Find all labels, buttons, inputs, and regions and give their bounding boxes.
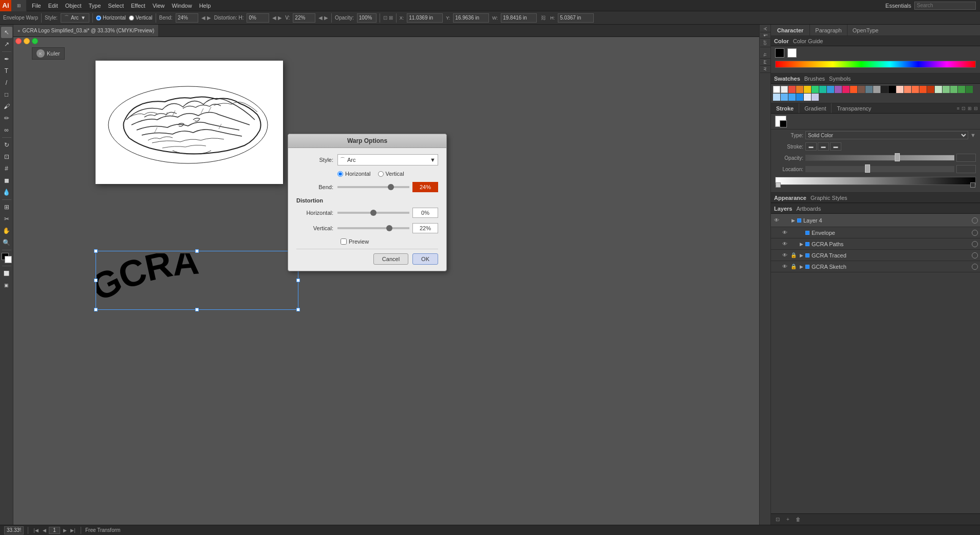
gcra-traced-expand[interactable]: ▶ bbox=[799, 253, 804, 258]
swatch-black[interactable] bbox=[889, 86, 896, 93]
swatch-brown[interactable] bbox=[858, 86, 865, 93]
character-tab[interactable]: Character bbox=[771, 25, 810, 35]
h-distortion-thumb[interactable] bbox=[370, 210, 376, 216]
stroke-icon-4[interactable]: ⊟ bbox=[974, 106, 978, 111]
artboards-tab[interactable]: Artboards bbox=[796, 206, 821, 212]
layer-4-item[interactable]: 👁 🔒 ▶ Layer 4 bbox=[771, 214, 980, 227]
layer-4-eye[interactable]: 👁 bbox=[773, 217, 780, 224]
zoom-tool[interactable]: 🔍 bbox=[1, 237, 12, 248]
ok-button[interactable]: OK bbox=[412, 253, 438, 265]
swatch-4[interactable] bbox=[912, 86, 919, 93]
transform-panel-icon[interactable]: Tr bbox=[760, 51, 770, 59]
swatch-14[interactable] bbox=[788, 94, 796, 101]
bend-input[interactable] bbox=[176, 13, 198, 23]
menu-file[interactable]: File bbox=[29, 2, 44, 10]
stroke-tab[interactable]: Stroke bbox=[771, 103, 799, 113]
page-input[interactable] bbox=[49, 527, 60, 534]
gcra-sketch-lock[interactable]: 🔒 bbox=[790, 263, 797, 270]
bend-slider[interactable] bbox=[337, 186, 409, 188]
distortion-h-input[interactable] bbox=[247, 13, 269, 23]
zoom-input[interactable] bbox=[4, 526, 24, 534]
align-panel-icon[interactable]: Al bbox=[760, 66, 770, 72]
rotate-tool[interactable]: ↻ bbox=[1, 139, 12, 151]
swatch-gray[interactable] bbox=[873, 86, 880, 93]
gcra-paths-layer-item[interactable]: 👁 🔒 ▶ GCRA Paths bbox=[771, 238, 980, 250]
stroke-btn-2[interactable]: ▬ bbox=[818, 142, 829, 151]
opacity-slider-thumb[interactable] bbox=[895, 153, 900, 161]
hand-tool[interactable]: ✋ bbox=[1, 225, 12, 236]
appearance-tab[interactable]: Appearance bbox=[774, 195, 806, 201]
swatch-2[interactable] bbox=[896, 86, 903, 93]
color-guide-tab[interactable]: Color Guide bbox=[793, 38, 823, 44]
menu-type[interactable]: Type bbox=[86, 2, 104, 10]
direct-select-tool[interactable]: ↗ bbox=[1, 39, 12, 50]
new-layer-btn[interactable]: + bbox=[783, 515, 793, 524]
location-value-input[interactable] bbox=[956, 165, 976, 173]
swatch-3[interactable] bbox=[904, 86, 911, 93]
swatch-darkgray[interactable] bbox=[881, 86, 888, 93]
gradient-tab[interactable]: Gradient bbox=[799, 103, 832, 113]
horizontal-radio[interactable]: Horizontal bbox=[96, 15, 126, 21]
gcra-paths-expand[interactable]: ▶ bbox=[799, 242, 804, 247]
bend-slider-thumb[interactable] bbox=[388, 184, 394, 190]
v-distortion-input[interactable] bbox=[412, 223, 438, 233]
gradient-stop-right[interactable] bbox=[970, 182, 975, 188]
stroke-icon-1[interactable]: ≡ bbox=[957, 106, 959, 111]
swatch-green[interactable] bbox=[812, 86, 819, 93]
stroke-color-box[interactable] bbox=[787, 48, 797, 58]
swatch-5[interactable] bbox=[919, 86, 927, 93]
rect-tool[interactable]: □ bbox=[1, 89, 12, 100]
vertical-radio[interactable]: Vertical bbox=[129, 15, 153, 21]
char-panel-icon[interactable]: A bbox=[760, 26, 770, 32]
bend-value-input[interactable] bbox=[412, 182, 438, 192]
location-slider[interactable] bbox=[805, 166, 954, 172]
stroke-menu-icon[interactable]: ▼ bbox=[970, 132, 976, 138]
menu-help[interactable]: Help bbox=[196, 2, 214, 10]
x-input[interactable] bbox=[407, 13, 443, 23]
eyedropper-tool[interactable]: 💧 bbox=[1, 187, 12, 198]
swatch-12[interactable] bbox=[773, 94, 780, 101]
gcra-sketch-eye[interactable]: 👁 bbox=[781, 263, 788, 270]
pencil-tool[interactable]: ✏ bbox=[1, 113, 12, 124]
y-input[interactable] bbox=[453, 13, 489, 23]
w-input[interactable] bbox=[501, 13, 537, 23]
paragraph-tab[interactable]: Paragraph bbox=[810, 25, 847, 35]
screen-mode-normal[interactable]: ⬜ bbox=[1, 268, 12, 279]
handle-tc[interactable] bbox=[195, 249, 199, 253]
nav-last[interactable]: ▶| bbox=[69, 527, 77, 534]
paintbrush-tool[interactable]: 🖌 bbox=[1, 101, 12, 112]
handle-tl[interactable] bbox=[94, 249, 98, 253]
vertical-radio-label[interactable]: Vertical bbox=[378, 171, 404, 177]
envelope-eye[interactable]: 👁 bbox=[781, 229, 788, 236]
menu-select[interactable]: Select bbox=[105, 2, 127, 10]
symbols-tab[interactable]: Symbols bbox=[829, 76, 851, 82]
h-distortion-input[interactable] bbox=[412, 208, 438, 218]
swatch-11[interactable] bbox=[966, 86, 973, 93]
envelope-layer-item[interactable]: 👁 🔒 Envelope bbox=[771, 227, 980, 238]
swatch-16[interactable] bbox=[804, 94, 811, 101]
v-input[interactable] bbox=[293, 13, 315, 23]
fill-color-box[interactable] bbox=[775, 48, 784, 58]
pen-tool[interactable]: ✒ bbox=[1, 53, 12, 65]
blend-tool[interactable]: ∞ bbox=[1, 124, 12, 136]
gradient-tool[interactable]: ◼ bbox=[1, 175, 12, 186]
color-spectrum[interactable] bbox=[775, 61, 976, 68]
warp-style-select[interactable]: ⌒ Arc ▼ bbox=[337, 154, 438, 165]
minimize-button[interactable] bbox=[24, 38, 30, 44]
make-sublayer-btn[interactable]: ⊡ bbox=[773, 515, 782, 524]
menu-effect[interactable]: Effect bbox=[128, 2, 148, 10]
swatch-13[interactable] bbox=[781, 94, 788, 101]
gcra-sketch-layer-item[interactable]: 👁 🔒 ▶ GCRA Sketch bbox=[771, 261, 980, 272]
gradient-bar[interactable] bbox=[775, 177, 976, 185]
opacity-slider[interactable] bbox=[805, 155, 954, 161]
maximize-button[interactable] bbox=[32, 38, 38, 44]
document-tab[interactable]: ● GCRA Logo Simplified_03.ai* @ 33.33% (… bbox=[13, 25, 159, 36]
scale-tool[interactable]: ⊡ bbox=[1, 151, 12, 162]
swatch-teal[interactable] bbox=[819, 86, 826, 93]
horizontal-radio-input[interactable] bbox=[337, 171, 343, 177]
gcra-traced-eye[interactable]: 👁 bbox=[781, 252, 788, 259]
swatch-6[interactable] bbox=[927, 86, 934, 93]
stroke-fill-box[interactable] bbox=[775, 116, 786, 127]
nav-first[interactable]: |◀ bbox=[32, 527, 40, 534]
swatch-9[interactable] bbox=[950, 86, 957, 93]
